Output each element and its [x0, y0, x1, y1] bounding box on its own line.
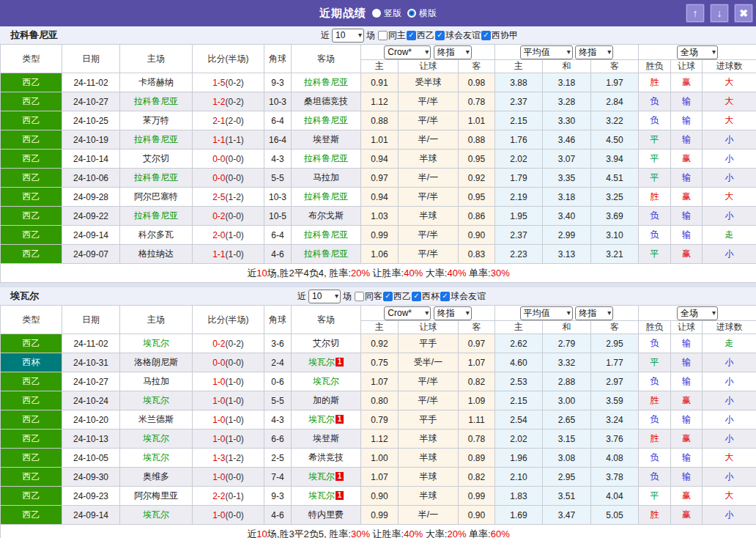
layout-radio-vertical-label: 竖版 — [384, 7, 401, 20]
scope-select[interactable]: 全场 — [677, 45, 718, 59]
team-name: 阿尔巴塞特 — [134, 191, 178, 202]
corner-score: 2-5 — [264, 449, 292, 468]
away-team: 桑坦德竞技 — [292, 92, 361, 111]
radio-icon[interactable] — [372, 9, 381, 18]
avg-stage-select[interactable]: 终指 — [575, 306, 613, 320]
result-handicap: 赢 — [671, 150, 703, 169]
home-team: 埃瓦尔 — [120, 449, 193, 468]
move-down-button[interactable]: ↓ — [710, 4, 729, 23]
avg-draw-odds: 3.30 — [543, 111, 591, 130]
match-date: 24-09-28 — [62, 188, 120, 207]
matches-label: 场 — [366, 29, 375, 42]
avg-home-odds: 1.76 — [495, 130, 543, 150]
close-button[interactable]: ✖ — [734, 4, 753, 23]
column-header-score: 比分(半场) — [193, 45, 264, 73]
filter-checkbox[interactable]: ✓ — [412, 292, 421, 301]
radio-icon[interactable] — [407, 9, 416, 18]
odds-company-select[interactable]: Crow* — [384, 45, 431, 59]
handicap-away-odds: 1.07 — [459, 353, 495, 372]
filter-checkbox[interactable] — [378, 31, 388, 40]
avg-away-odds: 2.95 — [591, 334, 639, 353]
result-goals: 小 — [703, 353, 756, 372]
team-name-heading: 埃瓦尔 — [10, 287, 39, 305]
competition-badge: 西乙 — [1, 111, 62, 130]
filter-bar: 近 10 场 同主✓西乙✓球会友谊✓西协甲 — [321, 26, 518, 44]
column-header-corner: 角球 — [264, 306, 292, 334]
odds-stage-select[interactable]: 终指 — [434, 306, 472, 320]
team-name: 埃瓦尔 — [143, 433, 169, 443]
competition-badge: 西乙 — [1, 130, 62, 150]
result-outcome: 负 — [639, 334, 671, 353]
corner-score: 10-3 — [264, 188, 292, 207]
away-team: 埃瓦尔 — [292, 372, 361, 391]
subheader-home-odds: 主 — [361, 60, 399, 73]
filter-checkbox[interactable]: ✓ — [440, 292, 450, 301]
avg-draw-odds: 2.99 — [543, 226, 591, 245]
result-goals: 小 — [703, 245, 756, 264]
home-team: 阿尔梅里亚 — [120, 487, 193, 506]
odds-stage-select[interactable]: 终指 — [434, 45, 472, 59]
handicap-line: 平/半 — [399, 111, 459, 130]
handicap-home-odds: 0.94 — [361, 150, 399, 169]
handicap-home-odds: 0.75 — [361, 353, 399, 372]
handicap-select-cell: Crow* 终指 — [361, 306, 495, 321]
result-goals: 大 — [703, 487, 756, 506]
odds-company-select[interactable]: Crow* — [384, 306, 431, 320]
home-team: 拉科鲁尼亚 — [120, 169, 193, 188]
result-handicap: 输 — [671, 92, 703, 111]
subheader-handicap: 让球 — [399, 321, 459, 334]
avg-company-select[interactable]: 平均值 — [520, 306, 573, 320]
subheader-home-odds: 主 — [361, 321, 399, 334]
avg-home-odds: 2.62 — [495, 334, 543, 353]
match-row: 西乙24-11-02埃瓦尔0-2(0-2)3-6艾尔切0.92平手0.972.6… — [1, 334, 756, 353]
avg-company-select[interactable]: 平均值 — [520, 45, 573, 59]
handicap-home-odds: 1.07 — [361, 372, 399, 391]
team-name: 布尔戈斯 — [308, 210, 344, 221]
team-name: 拉科鲁尼亚 — [304, 153, 348, 163]
result-goals: 小 — [703, 430, 756, 449]
avg-away-odds: 3.10 — [591, 226, 639, 245]
handicap-away-odds: 0.86 — [459, 207, 495, 226]
competition-badge: 西乙 — [1, 506, 62, 525]
recent-label: 近 — [321, 29, 330, 42]
scope-select[interactable]: 全场 — [677, 306, 718, 320]
avg-draw-odds: 3.13 — [543, 245, 591, 264]
avg-home-odds: 2.02 — [495, 430, 543, 449]
result-outcome: 胜 — [639, 430, 671, 449]
filter-checkbox[interactable]: ✓ — [407, 31, 416, 40]
recent-count-select[interactable]: 10 — [332, 29, 364, 43]
team-name: 埃瓦尔 — [143, 452, 169, 463]
handicap-home-odds: 0.91 — [361, 73, 399, 92]
handicap-home-odds: 0.80 — [361, 391, 399, 410]
team-name: 拉科鲁尼亚 — [134, 210, 178, 221]
result-outcome: 负 — [639, 372, 671, 391]
filter-checkbox[interactable]: ✓ — [435, 31, 445, 40]
filter-checkbox[interactable]: ✓ — [481, 31, 491, 40]
column-header-corner: 角球 — [264, 45, 292, 73]
result-goals: 大 — [703, 111, 756, 130]
result-handicap: 输 — [671, 353, 703, 372]
avg-stage-select[interactable]: 终指 — [575, 45, 613, 59]
away-team: 埃瓦尔1 — [292, 468, 361, 487]
result-handicap: 赢 — [671, 487, 703, 506]
section-header: 埃瓦尔 近 10 场 同客✓西乙✓西杯✓球会友谊 — [0, 287, 756, 305]
match-row: 西乙24-10-27拉科鲁尼亚1-2(0-2)10-3桑坦德竞技1.12平/半0… — [1, 92, 756, 111]
subheader-avg-draw: 和 — [543, 60, 591, 73]
avg-away-odds: 3.76 — [591, 430, 639, 449]
recent-count-select[interactable]: 10 — [308, 290, 341, 303]
competition-badge: 西乙 — [1, 487, 62, 506]
column-header-type: 类型 — [1, 45, 62, 73]
avg-away-odds: 3.24 — [591, 410, 639, 430]
filter-checkbox[interactable]: ✓ — [383, 292, 393, 301]
up-arrow-icon: ↑ — [693, 8, 698, 18]
match-score: 1-0(1-0) — [193, 410, 264, 430]
layout-radio-vertical[interactable]: 竖版 — [372, 7, 401, 20]
match-date: 24-10-25 — [62, 111, 120, 130]
average-select-cell: 平均值 终指 — [495, 45, 639, 60]
move-up-button[interactable]: ↑ — [686, 4, 705, 23]
avg-draw-odds: 3.51 — [543, 487, 591, 506]
filter-checkbox[interactable] — [355, 292, 364, 301]
avg-away-odds: 3.78 — [591, 468, 639, 487]
match-score: 1-1(1-1) — [193, 130, 264, 150]
layout-radio-horizontal[interactable]: 横版 — [407, 7, 437, 20]
